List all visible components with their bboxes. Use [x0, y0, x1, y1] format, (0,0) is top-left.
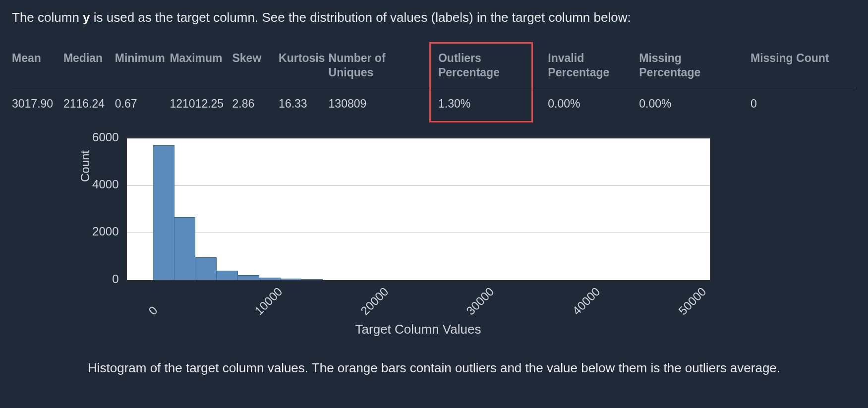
header-missingc: Missing Count [751, 47, 856, 88]
x-tick-label: 10000 [252, 285, 285, 318]
histogram-bar [217, 271, 238, 280]
header-kurtosis: Kurtosis [279, 47, 328, 88]
x-tick-label: 40000 [570, 285, 603, 318]
value-maximum: 121012.25 [170, 88, 232, 119]
value-outliers: 1.30% [438, 88, 548, 119]
histogram-bar [301, 279, 323, 280]
intro-text: The column y is used as the target colum… [12, 9, 856, 26]
header-minimum: Minimum [115, 47, 170, 88]
value-minimum: 0.67 [115, 88, 170, 119]
stats-table: Mean Median Minimum Maximum Skew Kurtosi… [12, 47, 856, 119]
header-maximum: Maximum [170, 47, 232, 88]
histogram-bar [238, 275, 259, 280]
y-axis-ticks: 0200040006000 [87, 137, 122, 281]
histogram-bar [281, 279, 302, 280]
histogram-bar [259, 278, 281, 280]
value-kurtosis: 16.33 [279, 88, 328, 119]
header-uniques: Number of Uniques [329, 47, 438, 88]
x-tick-label: 50000 [676, 285, 709, 318]
intro-suffix: is used as the target column. See the di… [90, 10, 631, 25]
plot-area [126, 137, 711, 281]
y-tick-label: 4000 [87, 177, 119, 191]
x-tick-label: 0 [146, 303, 160, 317]
value-uniques: 130809 [329, 88, 438, 119]
x-axis-ticks: 01000020000300004000050000 [126, 282, 711, 317]
header-missingp: Missing Percentage [639, 47, 751, 88]
x-axis-title: Target Column Values [126, 322, 711, 337]
stats-header-row: Mean Median Minimum Maximum Skew Kurtosi… [12, 47, 856, 88]
header-mean: Mean [12, 47, 63, 88]
y-tick-label: 2000 [87, 225, 119, 238]
chart-caption: Histogram of the target column values. T… [12, 360, 856, 376]
x-tick-label: 20000 [358, 285, 391, 318]
header-outliers: Outliers Percentage [438, 47, 548, 88]
value-mean: 3017.90 [12, 88, 63, 119]
y-tick-label: 6000 [87, 130, 119, 144]
x-tick-label: 30000 [464, 285, 497, 318]
header-skew: Skew [232, 47, 279, 88]
y-tick-label: 0 [87, 272, 119, 286]
value-missingp: 0.00% [639, 88, 751, 119]
stats-value-row: 3017.90 2116.24 0.67 121012.25 2.86 16.3… [12, 88, 856, 119]
header-median: Median [63, 47, 115, 88]
histogram-chart: Count 0200040006000 01000020000300004000… [87, 137, 781, 341]
histogram-bar [195, 257, 217, 280]
header-invalid: Invalid Percentage [548, 47, 639, 88]
histogram-bar [153, 145, 174, 280]
value-missingc: 0 [751, 88, 856, 119]
stats-table-wrapper: Mean Median Minimum Maximum Skew Kurtosi… [12, 47, 856, 119]
value-invalid: 0.00% [548, 88, 639, 119]
histogram-bar [174, 217, 196, 280]
intro-prefix: The column [12, 10, 83, 25]
value-skew: 2.86 [232, 88, 279, 119]
intro-column-name: y [83, 10, 90, 25]
value-median: 2116.24 [63, 88, 115, 119]
